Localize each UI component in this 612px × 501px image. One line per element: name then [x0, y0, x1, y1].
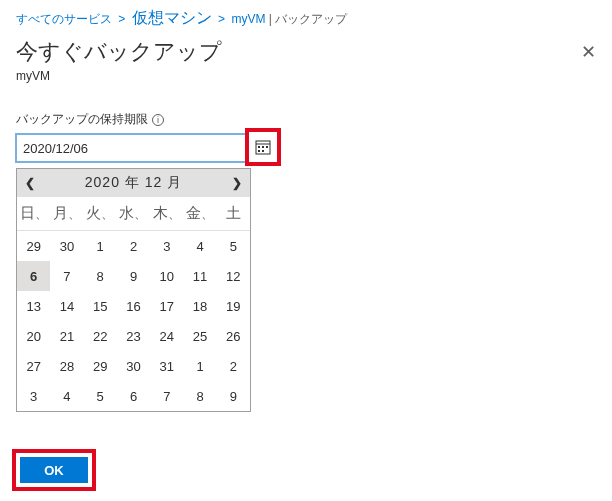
- calendar-day[interactable]: 1: [183, 351, 216, 381]
- svg-rect-2: [258, 146, 260, 148]
- calendar-day[interactable]: 30: [117, 351, 150, 381]
- calendar-day[interactable]: 17: [150, 291, 183, 321]
- calendar-day[interactable]: 7: [150, 381, 183, 411]
- date-picker: ❮ 2020 年 12 月 ❯ 日 月 火 水 木 金 土 2930123456…: [16, 168, 251, 412]
- calendar-day[interactable]: 7: [50, 261, 83, 291]
- calendar-title: 2020 年 12 月: [85, 174, 182, 192]
- calendar-day[interactable]: 18: [183, 291, 216, 321]
- calendar-day[interactable]: 2: [217, 351, 250, 381]
- calendar-day[interactable]: 23: [117, 321, 150, 351]
- calendar-day[interactable]: 14: [50, 291, 83, 321]
- calendar-day[interactable]: 26: [217, 321, 250, 351]
- calendar-day[interactable]: 25: [183, 321, 216, 351]
- calendar-dow-row: 日 月 火 水 木 金 土: [17, 197, 250, 231]
- calendar-day[interactable]: 19: [217, 291, 250, 321]
- calendar-icon[interactable]: [255, 139, 271, 155]
- close-button[interactable]: ✕: [581, 41, 596, 63]
- calendar-day[interactable]: 27: [17, 351, 50, 381]
- calendar-day[interactable]: 28: [50, 351, 83, 381]
- highlight-calendar-button: [245, 128, 281, 166]
- info-icon[interactable]: i: [152, 114, 164, 126]
- calendar-day[interactable]: 11: [183, 261, 216, 291]
- next-month-button[interactable]: ❯: [232, 176, 242, 190]
- calendar-day[interactable]: 8: [183, 381, 216, 411]
- calendar-day[interactable]: 31: [150, 351, 183, 381]
- calendar-day[interactable]: 13: [17, 291, 50, 321]
- retain-until-label: バックアップの保持期限 i: [16, 111, 596, 128]
- calendar-day[interactable]: 29: [84, 351, 117, 381]
- breadcrumb-vm[interactable]: 仮想マシン: [132, 9, 212, 26]
- calendar-day[interactable]: 2: [117, 231, 150, 261]
- breadcrumb-all-services[interactable]: すべてのサービス: [16, 12, 112, 26]
- page-subtitle: myVM: [16, 69, 222, 83]
- retain-until-input[interactable]: [16, 134, 251, 162]
- calendar-day[interactable]: 3: [17, 381, 50, 411]
- svg-rect-4: [266, 146, 268, 148]
- prev-month-button[interactable]: ❮: [25, 176, 35, 190]
- svg-rect-6: [262, 150, 264, 152]
- page-title: 今すぐバックアップ: [16, 37, 222, 67]
- calendar-day[interactable]: 22: [84, 321, 117, 351]
- highlight-ok-button: OK: [12, 449, 96, 491]
- svg-rect-5: [258, 150, 260, 152]
- calendar-day[interactable]: 5: [84, 381, 117, 411]
- calendar-day[interactable]: 4: [50, 381, 83, 411]
- calendar-day[interactable]: 10: [150, 261, 183, 291]
- calendar-day[interactable]: 30: [50, 231, 83, 261]
- calendar-day[interactable]: 29: [17, 231, 50, 261]
- calendar-day[interactable]: 15: [84, 291, 117, 321]
- calendar-day[interactable]: 21: [50, 321, 83, 351]
- calendar-day[interactable]: 1: [84, 231, 117, 261]
- calendar-day[interactable]: 6: [117, 381, 150, 411]
- calendar-day[interactable]: 9: [117, 261, 150, 291]
- svg-rect-3: [262, 146, 264, 148]
- calendar-grid: 2930123456789101112131415161718192021222…: [17, 231, 250, 411]
- calendar-day[interactable]: 4: [183, 231, 216, 261]
- breadcrumb-resource[interactable]: myVM: [231, 12, 265, 26]
- calendar-day[interactable]: 6: [17, 261, 50, 291]
- calendar-day[interactable]: 8: [84, 261, 117, 291]
- calendar-day[interactable]: 3: [150, 231, 183, 261]
- calendar-day[interactable]: 9: [217, 381, 250, 411]
- breadcrumb-section: バックアップ: [275, 12, 347, 26]
- calendar-day[interactable]: 20: [17, 321, 50, 351]
- calendar-day[interactable]: 16: [117, 291, 150, 321]
- ok-button[interactable]: OK: [20, 457, 88, 483]
- calendar-day[interactable]: 24: [150, 321, 183, 351]
- calendar-day[interactable]: 5: [217, 231, 250, 261]
- calendar-day[interactable]: 12: [217, 261, 250, 291]
- breadcrumb: すべてのサービス > 仮想マシン > myVM | バックアップ: [16, 8, 596, 29]
